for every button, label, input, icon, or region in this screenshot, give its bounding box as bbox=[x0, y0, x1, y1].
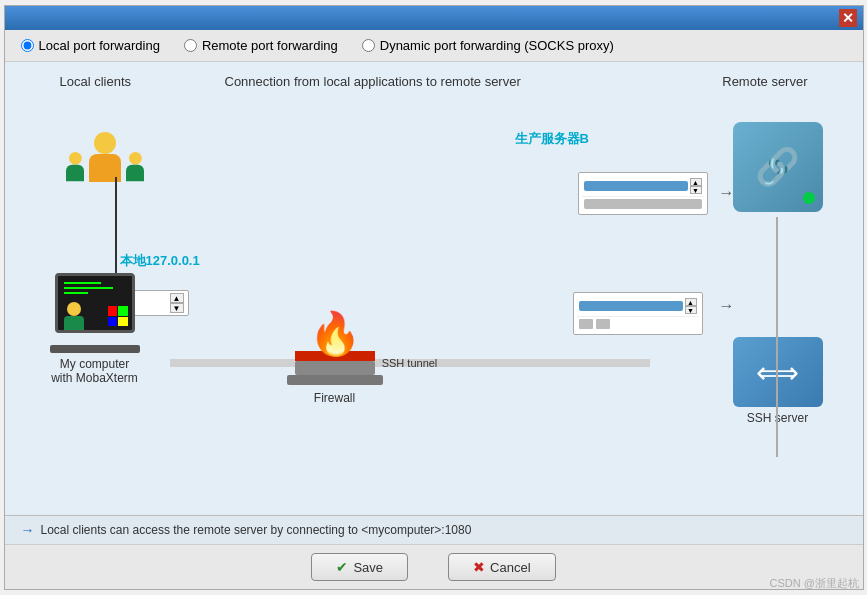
person-icon bbox=[89, 132, 121, 182]
vert-line-right-server bbox=[776, 217, 778, 457]
arrow-to-remote-server: → bbox=[719, 184, 735, 202]
remote-port-bar-blue bbox=[584, 181, 688, 191]
remote-port-bar-gray bbox=[584, 199, 702, 209]
ssh-server-label: SSH server bbox=[723, 411, 833, 425]
radio-dynamic-forwarding[interactable]: Dynamic port forwarding (SOCKS proxy) bbox=[362, 38, 614, 53]
local-clients-label: Local clients bbox=[60, 74, 132, 89]
diagram-area: Local clients Connection from local appl… bbox=[5, 62, 863, 515]
remote-port-row-1: ▲ ▼ bbox=[582, 176, 704, 197]
ssh-server-icon: ⟺ SSH server bbox=[723, 337, 833, 425]
port-up-button[interactable]: ▲ bbox=[170, 293, 184, 303]
jump-port-group: ▲ ▼ bbox=[573, 292, 703, 335]
jump-port-up[interactable]: ▲ bbox=[685, 298, 697, 306]
server-disk-icon: 🔗 bbox=[733, 122, 823, 212]
local-clients-icon bbox=[55, 102, 155, 182]
flame-icon: 🔥 bbox=[285, 313, 385, 355]
x-icon: ✖ bbox=[473, 559, 485, 575]
my-computer-label: My computer with MobaXterm bbox=[35, 357, 155, 385]
connection-desc-label: Connection from local applications to re… bbox=[225, 74, 521, 89]
jump-port-down[interactable]: ▼ bbox=[685, 306, 697, 314]
radio-bar: Local port forwarding Remote port forwar… bbox=[5, 30, 863, 62]
button-bar: ✔ Save ✖ Cancel CSDN @浙里起杭 bbox=[5, 544, 863, 589]
save-button[interactable]: ✔ Save bbox=[311, 553, 408, 581]
radio-local-forwarding[interactable]: Local port forwarding bbox=[21, 38, 160, 53]
remote-port-down[interactable]: ▼ bbox=[690, 186, 702, 194]
port-down-button[interactable]: ▼ bbox=[170, 303, 184, 313]
check-icon: ✔ bbox=[336, 559, 348, 575]
jump-port-bar-blue bbox=[579, 301, 683, 311]
ssh-tunnel-label: SSH tunnel bbox=[382, 357, 438, 369]
close-button[interactable]: ✕ bbox=[839, 9, 857, 27]
info-bar: → Local clients can access the remote se… bbox=[5, 515, 863, 544]
local-ip-label: 本地127.0.0.1 bbox=[120, 252, 200, 270]
title-bar: ✕ bbox=[5, 6, 863, 30]
ssh-server-box: ⟺ bbox=[733, 337, 823, 407]
computer-base bbox=[50, 345, 140, 353]
arrows-icon: ⟺ bbox=[756, 355, 799, 390]
info-bar-text: Local clients can access the remote serv… bbox=[41, 523, 472, 537]
watermark-text: CSDN @浙里起杭 bbox=[770, 576, 859, 591]
port-spinner: ▲ ▼ bbox=[170, 293, 184, 313]
computer-screen-icon bbox=[55, 273, 135, 333]
arrow-to-ssh-server: → bbox=[719, 297, 735, 315]
remote-port-group-top: ▲ ▼ bbox=[578, 172, 708, 215]
cancel-button[interactable]: ✖ Cancel bbox=[448, 553, 555, 581]
radio-remote-forwarding[interactable]: Remote port forwarding bbox=[184, 38, 338, 53]
remote-server-icon: 🔗 bbox=[723, 122, 833, 212]
ssh-tunnel-bar: SSH tunnel bbox=[170, 359, 650, 367]
person-icon bbox=[126, 152, 144, 181]
chinese-server-label: 生产服务器B bbox=[515, 130, 589, 148]
jump-port-spinner: ▲ ▼ bbox=[685, 298, 697, 314]
firewall-base2 bbox=[287, 375, 383, 385]
server-online-dot bbox=[803, 192, 815, 204]
jump-port-row-1: ▲ ▼ bbox=[577, 296, 699, 317]
jump-port-row-2 bbox=[577, 317, 699, 331]
chain-link-icon: 🔗 bbox=[755, 146, 800, 188]
main-window: ✕ Local port forwarding Remote port forw… bbox=[4, 5, 864, 590]
remote-port-up[interactable]: ▲ bbox=[690, 178, 702, 186]
remote-port-spinner: ▲ ▼ bbox=[690, 178, 702, 194]
remote-server-label: Remote server bbox=[722, 74, 807, 89]
remote-port-row-2 bbox=[582, 197, 704, 211]
info-bar-arrow-icon: → bbox=[21, 522, 35, 538]
person-icon bbox=[66, 152, 84, 181]
firewall-area: 🔥 Firewall bbox=[285, 313, 385, 405]
firewall-base bbox=[295, 361, 375, 375]
my-computer-area: My computer with MobaXterm bbox=[35, 273, 155, 385]
firewall-label: Firewall bbox=[285, 391, 385, 405]
